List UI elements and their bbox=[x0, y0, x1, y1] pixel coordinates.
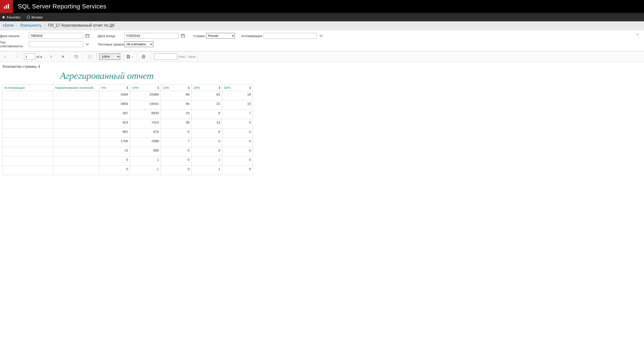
table-cell: 1 bbox=[191, 156, 222, 166]
table-row: 01010 bbox=[2, 166, 253, 175]
table-cell bbox=[2, 91, 53, 100]
find-next-button[interactable]: Next bbox=[188, 55, 195, 59]
table-cell: 0 bbox=[161, 128, 191, 138]
table-cell: 1706 bbox=[99, 138, 130, 147]
col-30pct[interactable]: 30%▲▼ bbox=[222, 84, 253, 91]
table-cell: 65 bbox=[161, 100, 191, 110]
col-10pct[interactable]: 10%▲▼ bbox=[130, 84, 161, 91]
svg-rect-4 bbox=[86, 34, 89, 37]
table-cell bbox=[2, 110, 53, 119]
table-cell: 660 bbox=[130, 147, 161, 156]
table-cell: 82 bbox=[191, 91, 222, 100]
table-cell: 0 bbox=[191, 138, 222, 147]
table-cell: 852 bbox=[99, 128, 130, 138]
table-cell: 0 bbox=[99, 166, 130, 175]
find-button[interactable]: Find bbox=[178, 55, 185, 59]
chevron-down-icon bbox=[318, 33, 324, 39]
table-row: 01010 bbox=[2, 156, 253, 166]
table-cell: 0 bbox=[222, 147, 253, 156]
table-cell: 0 bbox=[161, 166, 191, 175]
col-agglomeration[interactable]: Агломерация bbox=[2, 84, 53, 91]
table-cell bbox=[53, 100, 99, 110]
agglomeration-dropdown-button[interactable] bbox=[318, 33, 324, 39]
browse-button[interactable]: Browse bbox=[27, 15, 43, 19]
table-cell: 4264 bbox=[99, 91, 130, 100]
print-button[interactable] bbox=[138, 51, 149, 62]
table-cell: 7310 bbox=[130, 119, 161, 128]
report-title: Агрегированный отчет bbox=[60, 70, 642, 81]
col-13pct[interactable]: 13%▲▼ bbox=[161, 84, 191, 91]
calendar-icon bbox=[181, 34, 185, 38]
test-records-select[interactable]: Не учитывать bbox=[124, 41, 153, 47]
next-page-button[interactable] bbox=[45, 51, 57, 62]
breadcrumb-home[interactable]: Home bbox=[3, 23, 14, 28]
zoom-group: 100% bbox=[98, 51, 122, 62]
svg-rect-2 bbox=[8, 4, 9, 9]
table-row: 823731035133 bbox=[2, 119, 253, 128]
table-row: 426420380808218 bbox=[2, 91, 253, 100]
first-page-button[interactable] bbox=[0, 51, 12, 62]
title-bar: SQL Server Reporting Services bbox=[0, 0, 644, 13]
ownership-dropdown-button[interactable] bbox=[84, 41, 90, 47]
ownership-label: Тип собственности bbox=[0, 40, 29, 48]
table-cell bbox=[2, 147, 53, 156]
refresh-button[interactable] bbox=[70, 51, 82, 62]
table-row: 852670000 bbox=[2, 128, 253, 138]
find-group: Find | Next bbox=[151, 51, 196, 62]
table-cell bbox=[53, 166, 99, 175]
table-header-row: Агломерация Наименование значений 5%▲▼ 1… bbox=[2, 84, 253, 91]
table-cell: 0 bbox=[191, 147, 222, 156]
agglomeration-label: Агломерация bbox=[242, 34, 262, 38]
agglomeration-input[interactable] bbox=[264, 33, 317, 39]
collapse-params-button[interactable] bbox=[636, 32, 640, 37]
chevron-down-icon bbox=[84, 41, 90, 47]
col-value-name[interactable]: Наименование значений bbox=[53, 84, 99, 91]
last-page-icon bbox=[60, 54, 65, 59]
star-icon bbox=[2, 15, 5, 19]
table-cell: 13 bbox=[191, 119, 222, 128]
prev-page-button[interactable] bbox=[12, 51, 23, 62]
table-cell: 2068 bbox=[130, 138, 161, 147]
sort-icon: ▲▼ bbox=[188, 86, 190, 90]
sort-icon: ▲▼ bbox=[218, 86, 221, 90]
back-button[interactable] bbox=[84, 51, 96, 62]
svg-rect-3 bbox=[27, 16, 30, 18]
page-number-group: of 4 bbox=[23, 51, 45, 62]
ownership-input[interactable] bbox=[29, 41, 83, 47]
favorites-button[interactable]: Favorites bbox=[2, 15, 20, 19]
table-cell: 0 bbox=[222, 138, 253, 147]
table-cell: 1 bbox=[130, 156, 161, 166]
table-cell: 0 bbox=[99, 156, 130, 166]
export-button[interactable] bbox=[124, 51, 136, 62]
date-end-calendar-button[interactable] bbox=[180, 33, 186, 39]
main-toolbar: Favorites Browse bbox=[0, 13, 644, 21]
col-20pct[interactable]: 20%▲▼ bbox=[191, 84, 222, 91]
find-input[interactable] bbox=[154, 54, 177, 60]
table-cell: 8 bbox=[191, 110, 222, 119]
chevron-right-icon: › bbox=[16, 23, 18, 28]
table-cell: 7 bbox=[222, 110, 253, 119]
date-end-input[interactable] bbox=[124, 33, 179, 39]
table-row: 15660000 bbox=[2, 147, 253, 156]
table-cell: 3 bbox=[222, 119, 253, 128]
last-page-button[interactable] bbox=[57, 51, 68, 62]
svg-rect-0 bbox=[4, 6, 5, 9]
page-number-input[interactable] bbox=[24, 54, 35, 60]
table-cell: 0 bbox=[161, 147, 191, 156]
chevron-left-icon bbox=[15, 54, 20, 59]
calendar-icon bbox=[85, 34, 90, 38]
zoom-select[interactable]: 100% bbox=[99, 54, 120, 60]
breadcrumb-loyalty[interactable]: Лояльность bbox=[20, 23, 42, 28]
date-start-label: Дата начала bbox=[0, 34, 19, 38]
col-5pct[interactable]: 5%▲▼ bbox=[99, 84, 130, 91]
country-label: Страна bbox=[193, 34, 205, 38]
table-cell: 670 bbox=[130, 128, 161, 138]
table-cell: 7 bbox=[161, 138, 191, 147]
table-cell bbox=[53, 156, 99, 166]
date-start-input[interactable] bbox=[29, 33, 83, 39]
chevron-right-icon bbox=[49, 54, 53, 59]
date-start-calendar-button[interactable] bbox=[84, 33, 90, 39]
table-cell: 80 bbox=[161, 91, 191, 100]
chart-bar-icon bbox=[3, 3, 10, 10]
country-select[interactable]: Россия bbox=[206, 33, 235, 39]
